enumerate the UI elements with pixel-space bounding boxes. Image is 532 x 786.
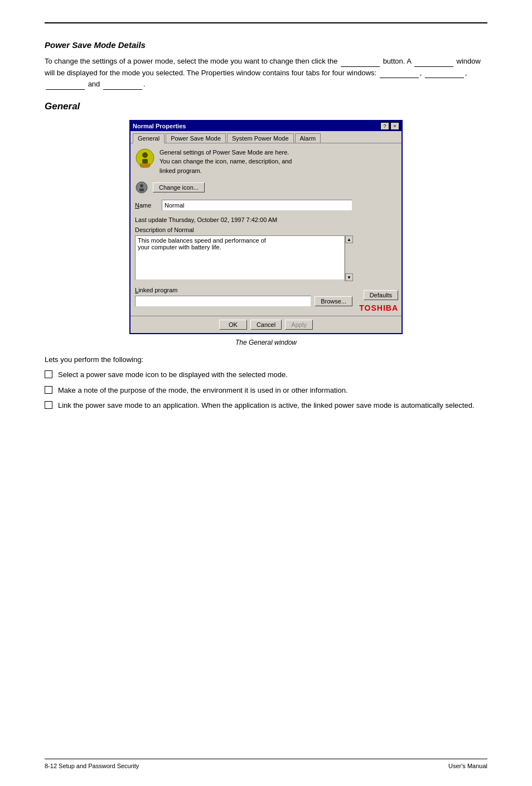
- period: .: [143, 80, 146, 88]
- dialog: Normal Properties ? × General Power Save…: [129, 120, 403, 335]
- scroll-down-btn[interactable]: ▼: [345, 273, 353, 281]
- linked-input[interactable]: [135, 296, 311, 307]
- intro-text-1: To change the settings of a power mode, …: [45, 57, 337, 65]
- blank-3: [380, 67, 419, 79]
- apply-button[interactable]: Apply: [285, 320, 313, 330]
- bottom-text: 8-12 Setup and Password Security User's …: [45, 763, 487, 769]
- defaults-button[interactable]: Defaults: [364, 290, 398, 300]
- checkbox-3[interactable]: [45, 401, 52, 409]
- linked-label: Linked program: [135, 287, 352, 293]
- blank-1: [341, 55, 380, 67]
- change-icon-button[interactable]: Change icon...: [153, 182, 205, 192]
- list-item: Link the power save mode to an applicati…: [45, 400, 487, 411]
- svg-rect-5: [139, 189, 144, 191]
- help-button[interactable]: ?: [380, 122, 389, 130]
- svg-rect-2: [142, 159, 148, 163]
- name-label: Name: [135, 202, 157, 209]
- bottom-rule: [45, 759, 487, 759]
- titlebar-buttons: ? ×: [380, 122, 399, 130]
- toshiba-logo: TOSHIBA: [359, 303, 398, 312]
- checkbox-2[interactable]: [45, 386, 52, 394]
- svg-point-1: [142, 152, 148, 158]
- last-update-value: Thursday, October 02, 1997 7:42:00 AM: [168, 216, 277, 223]
- main-icon: [135, 148, 155, 168]
- name-input[interactable]: [162, 200, 352, 211]
- icon-row: Change icon...: [135, 181, 352, 194]
- intro-paragraph: To change the settings of a power mode, …: [45, 55, 487, 90]
- list-item: Make a note of the purpose of the mode, …: [45, 385, 487, 396]
- blank-5: [46, 78, 85, 90]
- comma-2: ,: [465, 69, 467, 77]
- checkbox-1[interactable]: [45, 370, 52, 378]
- general-heading: General: [45, 101, 487, 112]
- scrollbar[interactable]: ▲ ▼: [345, 235, 352, 281]
- list-item: Select a power save mode icon to be disp…: [45, 369, 487, 380]
- cancel-button[interactable]: Cancel: [250, 320, 282, 330]
- section-heading: Power Save Mode Details: [45, 40, 487, 50]
- desc-textarea[interactable]: This mode balances speed and performance…: [135, 235, 345, 280]
- linked-section: Linked program Browse...: [135, 287, 352, 307]
- dialog-bottom-row: OK Cancel Apply: [130, 316, 402, 333]
- bullet-list: Select a power save mode icon to be disp…: [45, 369, 487, 411]
- tab-alarm[interactable]: Alarm: [295, 133, 321, 143]
- dialog-sidebar: Defaults TOSHIBA: [357, 143, 402, 316]
- dialog-title: Normal Properties: [133, 123, 186, 129]
- intro-text-2: button. A: [383, 57, 412, 65]
- browse-button[interactable]: Browse...: [315, 296, 352, 306]
- scroll-up-btn[interactable]: ▲: [345, 235, 353, 243]
- footer-right: User's Manual: [448, 763, 487, 769]
- last-update: Last update Thursday, October 02, 1997 7…: [135, 216, 352, 223]
- close-button[interactable]: ×: [390, 122, 399, 130]
- tab-power-save-mode[interactable]: Power Save Mode: [166, 133, 226, 143]
- bullet-text-2: Make a note of the purpose of the mode, …: [58, 385, 487, 396]
- ok-button[interactable]: OK: [219, 320, 247, 330]
- dialog-main: General settings of Power Save Mode are …: [130, 143, 357, 316]
- dialog-wrapper: Normal Properties ? × General Power Save…: [45, 120, 487, 335]
- lets-text: Lets you perform the following:: [45, 355, 487, 364]
- small-mode-icon: [135, 181, 148, 194]
- intro-text-6: and: [88, 80, 100, 88]
- top-rule: [45, 22, 487, 23]
- linked-row: Browse...: [135, 296, 352, 307]
- tab-system-power-mode[interactable]: System Power Mode: [227, 133, 293, 143]
- name-field-row: Name: [135, 200, 352, 211]
- blank-6: [103, 78, 142, 90]
- textarea-container: This mode balances speed and performance…: [135, 235, 352, 281]
- dialog-content-area: General settings of Power Save Mode are …: [130, 143, 402, 316]
- info-text: General settings of Power Save Mode are …: [159, 148, 292, 176]
- footer-left: 8-12 Setup and Password Security: [45, 763, 139, 769]
- bottom-section: 8-12 Setup and Password Security User's …: [0, 759, 532, 769]
- blank-2: [414, 55, 453, 67]
- page: Power Save Mode Details To change the se…: [0, 0, 532, 786]
- comma-1: ,: [420, 69, 422, 77]
- dialog-titlebar: Normal Properties ? ×: [130, 121, 402, 131]
- dialog-tabs: General Power Save Mode System Power Mod…: [130, 131, 402, 143]
- svg-point-4: [140, 184, 143, 187]
- tab-general[interactable]: General: [133, 133, 165, 143]
- blank-4: [425, 67, 464, 79]
- last-update-label: Last update: [135, 216, 167, 223]
- caption: The General window: [45, 339, 487, 346]
- bullet-text-1: Select a power save mode icon to be disp…: [58, 369, 487, 380]
- bullet-text-3: Link the power save mode to an applicati…: [58, 400, 487, 411]
- info-section: General settings of Power Save Mode are …: [135, 148, 352, 176]
- desc-label: Description of Normal: [135, 226, 352, 233]
